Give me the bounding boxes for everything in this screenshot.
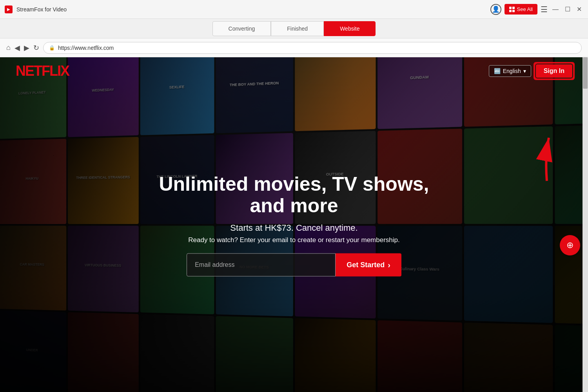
record-icon: ⊕	[566, 240, 573, 250]
netflix-logo: NETFLIX	[16, 63, 69, 79]
lock-icon: 🔒	[49, 45, 55, 51]
language-label: English	[503, 68, 521, 74]
netflix-navbar: NETFLIX 🔤 English ▾ Sign In	[0, 57, 588, 85]
netflix-nav-right: 🔤 English ▾ Sign In	[489, 64, 572, 78]
hamburger-icon[interactable]: ☰	[541, 5, 548, 14]
user-icon[interactable]: 👤	[490, 4, 501, 15]
hero-prompt: Ready to watch? Enter your email to crea…	[157, 236, 431, 244]
minimize-button[interactable]: —	[551, 6, 560, 13]
grid-icon	[509, 7, 515, 12]
app-icon	[5, 5, 13, 13]
email-form: Get Started ›	[157, 253, 431, 276]
scrollbar[interactable]	[583, 57, 588, 392]
sign-in-wrapper: Sign In	[536, 64, 572, 78]
chevron-right-icon: ›	[388, 260, 390, 269]
home-button[interactable]: ⌂	[6, 44, 11, 52]
email-input[interactable]	[187, 253, 336, 276]
scrollbar-thumb[interactable]	[583, 57, 588, 89]
record-button[interactable]: ⊕	[560, 235, 580, 255]
title-bar-left: StreamFox for Video	[5, 5, 67, 13]
netflix-hero: Unlimited movies, TV shows, and more Sta…	[157, 173, 431, 276]
app-title: StreamFox for Video	[16, 6, 67, 13]
address-bar[interactable]: 🔒 https://www.netflix.com	[43, 42, 582, 54]
url-text: https://www.netflix.com	[58, 45, 114, 51]
language-selector[interactable]: 🔤 English ▾	[489, 65, 531, 77]
netflix-page: LONELY PLANET WEDNESDAY SEXLIFE THE BOY …	[0, 57, 588, 392]
chevron-down-icon: ▾	[523, 68, 526, 74]
forward-button[interactable]: ▶	[24, 44, 29, 52]
sign-in-button[interactable]: Sign In	[536, 64, 572, 78]
tab-website[interactable]: Website	[324, 21, 376, 36]
title-bar: StreamFox for Video 👤 See All ☰ — ☐ ✕	[0, 0, 588, 19]
hero-subtitle: Starts at HK$73. Cancel anytime.	[157, 222, 431, 233]
refresh-button[interactable]: ↻	[33, 44, 39, 52]
close-button[interactable]: ✕	[575, 5, 583, 13]
tab-finished[interactable]: Finished	[271, 21, 324, 36]
get-started-button[interactable]: Get Started ›	[336, 253, 401, 276]
back-button[interactable]: ◀	[15, 44, 20, 52]
translate-icon: 🔤	[494, 68, 501, 74]
nav-tabs: Converting Finished Website	[0, 19, 588, 38]
see-all-button[interactable]: See All	[505, 4, 537, 15]
tab-converting[interactable]: Converting	[212, 21, 271, 36]
browser-bar: ⌂ ◀ ▶ ↻ 🔒 https://www.netflix.com	[0, 38, 588, 57]
sign-in-arrow	[523, 134, 555, 185]
title-bar-right: 👤 See All ☰ — ☐ ✕	[490, 4, 583, 15]
maximize-button[interactable]: ☐	[563, 5, 572, 13]
hero-title: Unlimited movies, TV shows, and more	[157, 173, 431, 216]
